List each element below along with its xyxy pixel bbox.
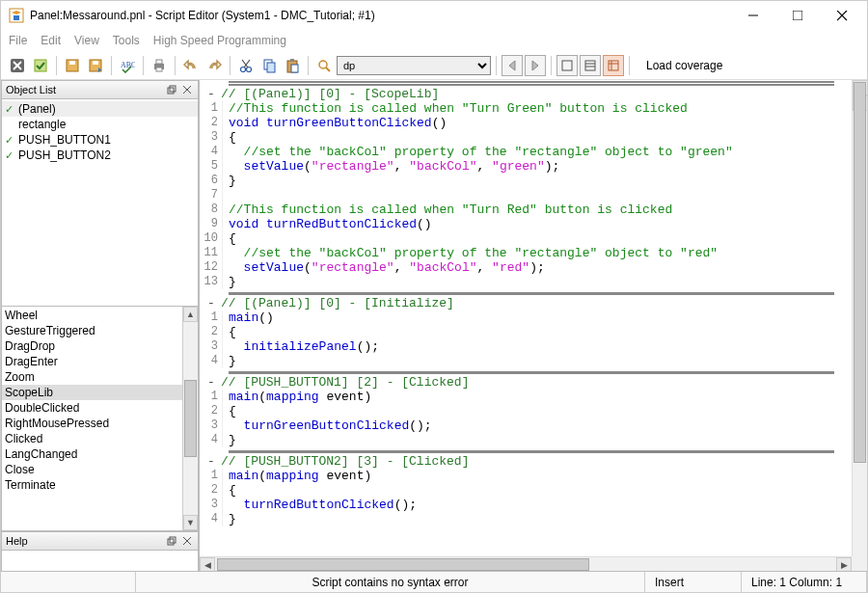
event-item[interactable]: GestureTriggered [2, 323, 182, 338]
svg-rect-17 [156, 67, 162, 71]
code-line[interactable]: 3 initializePanel(); [200, 339, 852, 354]
svg-rect-23 [267, 63, 275, 72]
code-line[interactable]: 10{ [200, 231, 852, 246]
section-header[interactable]: -// [(Panel)] [0] - [Initialize] [200, 296, 852, 310]
maximize-button[interactable] [784, 6, 811, 25]
undo-button[interactable] [180, 55, 202, 76]
nav-forward-button[interactable] [525, 55, 546, 76]
view-mode1-button[interactable] [556, 55, 578, 76]
event-item[interactable]: Wheel [2, 308, 182, 323]
line-number: 3 [200, 339, 223, 354]
menu-tools[interactable]: Tools [113, 34, 140, 47]
paste-button[interactable] [282, 55, 303, 76]
undock-icon[interactable] [165, 83, 178, 96]
scroll-right-icon[interactable]: ▶ [836, 557, 852, 572]
svg-rect-40 [168, 539, 174, 545]
code-line[interactable]: 9void turnRedButtonClicked() [200, 217, 852, 231]
nav-back-button[interactable] [502, 55, 523, 76]
minimize-button[interactable] [740, 6, 767, 25]
editor-horizontal-scrollbar[interactable]: ◀ ▶ [200, 556, 852, 572]
menu-view[interactable]: View [74, 34, 99, 47]
print-button[interactable] [149, 55, 170, 76]
code-line[interactable]: 13} [200, 275, 852, 289]
line-number: 1 [200, 101, 223, 116]
scroll-down-icon[interactable]: ▼ [183, 515, 198, 530]
close-panel-icon[interactable] [180, 83, 194, 96]
line-number: 12 [200, 260, 223, 275]
object-list[interactable]: ✓(Panel)rectangle✓PUSH_BUTTON1✓PUSH_BUTT… [1, 99, 199, 307]
code-line[interactable]: 1main(mapping event) [200, 469, 852, 483]
event-item[interactable]: DoubleClicked [2, 400, 182, 416]
scroll-up-icon[interactable]: ▲ [183, 307, 198, 322]
spellcheck-button[interactable]: ABC [117, 55, 138, 76]
event-item[interactable]: Zoom [2, 369, 182, 385]
section-header[interactable]: -// [(Panel)] [0] - [ScopeLib] [200, 87, 852, 101]
event-item[interactable]: Clicked [2, 431, 182, 446]
code-line[interactable]: 12 setValue("rectangle", "backCol", "red… [200, 260, 852, 275]
object-item[interactable]: rectangle [2, 117, 198, 132]
event-item[interactable]: DragEnter [2, 354, 182, 369]
copy-button[interactable] [258, 55, 280, 76]
menu-hsp[interactable]: High Speed Programming [153, 34, 286, 47]
view-mode2-button[interactable] [580, 55, 601, 76]
event-item[interactable]: LangChanged [2, 446, 182, 462]
event-item[interactable]: ScopeLib [2, 385, 182, 400]
save-as-button[interactable] [85, 55, 106, 76]
collapse-icon[interactable]: - [207, 375, 221, 390]
redo-button[interactable] [203, 55, 225, 76]
event-item[interactable]: Close [2, 462, 182, 477]
code-line[interactable]: 2void turnGreenButtonClicked() [200, 116, 852, 130]
search-combo[interactable]: dp [337, 56, 491, 75]
close-button[interactable] [828, 6, 855, 25]
code-line[interactable]: 3 turnGreenButtonClicked(); [200, 418, 852, 433]
code-area[interactable]: -// [(Panel)] [0] - [ScopeLib]1//This fu… [200, 80, 852, 556]
section-header[interactable]: -// [PUSH_BUTTON1] [2] - [Clicked] [200, 375, 852, 390]
help-close-icon[interactable] [180, 534, 194, 548]
menu-file[interactable]: File [9, 34, 27, 47]
code-line[interactable]: 3{ [200, 130, 852, 145]
code-line[interactable]: 6} [200, 174, 852, 188]
collapse-icon[interactable]: - [207, 296, 221, 310]
object-item[interactable]: ✓PUSH_BUTTON1 [2, 132, 198, 148]
editor-vertical-scrollbar[interactable]: ▲ ▼ [852, 80, 867, 556]
save-check-button[interactable] [30, 55, 51, 76]
object-item[interactable]: ✓(Panel) [2, 101, 198, 117]
find-button[interactable] [313, 55, 335, 76]
section-header[interactable]: -// [PUSH_BUTTON2] [3] - [Clicked] [200, 454, 852, 469]
event-item[interactable]: Terminate [2, 477, 182, 493]
code-line[interactable]: 4 //set the "backCol" property of the "r… [200, 145, 852, 159]
code-line[interactable]: 5 setValue("rectangle", "backCol", "gree… [200, 159, 852, 174]
code-text: { [223, 325, 236, 339]
event-item[interactable]: RightMousePressed [2, 416, 182, 431]
code-line[interactable]: 2{ [200, 404, 852, 418]
object-item[interactable]: ✓PUSH_BUTTON2 [2, 148, 198, 163]
code-line[interactable]: 2{ [200, 325, 852, 339]
code-line[interactable]: 8//This function is called when "Turn Re… [200, 202, 852, 217]
collapse-icon[interactable]: - [207, 454, 221, 469]
menu-edit[interactable]: Edit [41, 34, 61, 47]
code-line[interactable]: 11 //set the "backCol" property of the "… [200, 246, 852, 260]
event-item[interactable]: DragDrop [2, 338, 182, 354]
code-line[interactable]: 4} [200, 354, 852, 368]
code-line[interactable]: 1main() [200, 310, 852, 325]
collapse-icon[interactable]: - [207, 87, 221, 101]
load-coverage-button[interactable]: Load coverage [646, 59, 722, 72]
cut-button[interactable] [235, 55, 257, 76]
code-line[interactable]: 2{ [200, 483, 852, 498]
help-undock-icon[interactable] [165, 534, 178, 548]
event-scrollbar[interactable]: ▲ ▼ [182, 307, 198, 530]
save-button[interactable] [62, 55, 83, 76]
code-line[interactable]: 1main(mapping event) [200, 390, 852, 404]
view-mode3-button[interactable] [603, 55, 624, 76]
code-line[interactable]: 7 [200, 188, 852, 202]
code-line[interactable]: 1//This function is called when "Turn Gr… [200, 101, 852, 116]
code-line[interactable]: 4} [200, 512, 852, 526]
scroll-left-icon[interactable]: ◀ [200, 557, 215, 572]
section-divider [229, 81, 834, 86]
line-number: 2 [200, 404, 223, 418]
code-line[interactable]: 4} [200, 433, 852, 447]
event-list[interactable]: WheelGestureTriggeredDragDropDragEnterZo… [1, 307, 199, 531]
close-script-button[interactable] [7, 55, 28, 76]
code-text: main() [223, 310, 274, 325]
code-line[interactable]: 3 turnRedButtonClicked(); [200, 498, 852, 512]
